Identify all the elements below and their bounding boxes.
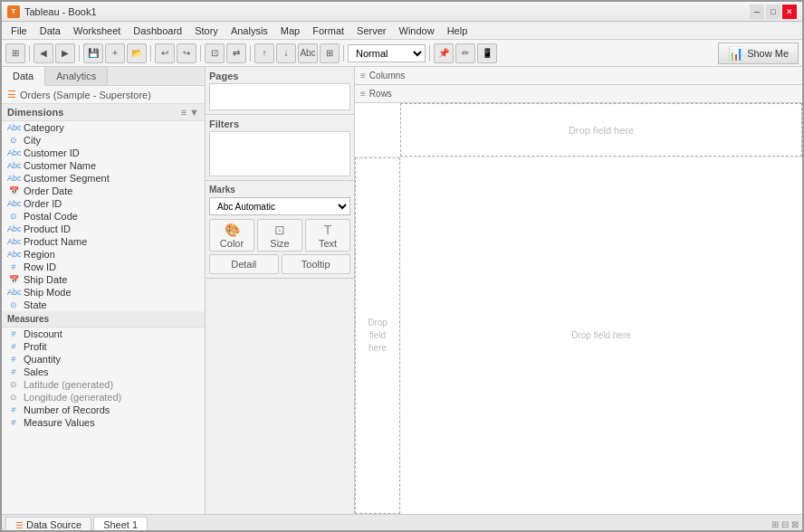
field-region[interactable]: Abc Region [2, 248, 205, 261]
field-name: Order ID [24, 198, 62, 209]
field-customer-name[interactable]: Abc Customer Name [2, 159, 205, 172]
geo-icon: ⊙ [7, 136, 20, 145]
menu-window[interactable]: Window [394, 24, 440, 38]
tab-data[interactable]: Data [2, 67, 45, 86]
drop-zone-top[interactable]: Drop field here [400, 103, 802, 157]
toolbar-save-btn[interactable]: 💾 [83, 43, 103, 63]
view-mode-dropdown[interactable]: Normal Fit Width Fit Height Entire View [348, 44, 426, 62]
minimize-button[interactable]: ─ [750, 5, 764, 19]
field-ship-date[interactable]: 📅 Ship Date [2, 273, 205, 286]
toolbar-home-btn[interactable]: ⊞ [5, 43, 25, 63]
rows-bar[interactable]: ≡ Rows [355, 85, 802, 103]
toolbar-redo-btn[interactable]: ↪ [177, 43, 196, 63]
dimensions-sort-icon[interactable]: ≡ [181, 107, 187, 118]
menu-worksheet[interactable]: Worksheet [68, 24, 126, 38]
data-source-tab-label: Data Source [26, 519, 81, 530]
show-me-icon: 📊 [728, 46, 743, 61]
color-button[interactable]: 🎨 Color [209, 219, 254, 252]
abc-icon: Abc [7, 123, 20, 132]
toolbar-open-btn[interactable]: 📂 [127, 43, 147, 63]
field-product-id[interactable]: Abc Product ID [2, 223, 205, 235]
text-button[interactable]: T Text [305, 219, 350, 252]
title-bar: T Tableau - Book1 ─ □ ✕ [2, 2, 802, 22]
field-quantity[interactable]: # Quantity [2, 353, 205, 366]
field-latitude[interactable]: ⊙ Latitude (generated) [2, 378, 205, 391]
field-order-id[interactable]: Abc Order ID [2, 197, 205, 210]
new-sheet-icon[interactable]: ⊞ [771, 519, 779, 529]
columns-bar[interactable]: ≡ Columns [355, 67, 802, 85]
tooltip-button[interactable]: Tooltip [282, 254, 351, 274]
tab-data-source[interactable]: ☰ Data Source [5, 517, 91, 533]
toolbar-fit-btn[interactable]: ⊡ [205, 43, 225, 63]
toolbar-back-btn[interactable]: ◀ [34, 43, 53, 63]
size-button[interactable]: ⊡ Size [257, 219, 302, 252]
field-name: City [24, 135, 41, 146]
columns-label: Columns [369, 71, 419, 81]
field-measure-values[interactable]: # Measure Values [2, 416, 205, 429]
toolbar-grid-btn[interactable]: ⊞ [320, 43, 340, 63]
menu-story[interactable]: Story [189, 24, 224, 38]
menu-format[interactable]: Format [307, 24, 349, 38]
show-me-button[interactable]: 📊 Show Me [718, 43, 799, 64]
field-customer-segment[interactable]: Abc Customer Segment [2, 172, 205, 185]
size-label: Size [270, 238, 289, 249]
filters-box[interactable] [209, 131, 350, 176]
marks-type-dropdown[interactable]: Abc Automatic Bar Line Area Circle Squar… [209, 197, 350, 215]
num-icon: # [7, 329, 20, 338]
field-discount[interactable]: # Discount [2, 328, 205, 340]
field-sales[interactable]: # Sales [2, 366, 205, 378]
menu-analysis[interactable]: Analysis [225, 24, 273, 38]
field-name: Measure Values [24, 417, 95, 428]
date-icon: 📅 [7, 275, 20, 284]
num-icon: # [7, 342, 20, 351]
toolbar-swap-btn[interactable]: ⇄ [226, 43, 246, 63]
field-state[interactable]: ⊙ State [2, 299, 205, 311]
new-story-icon[interactable]: ⊠ [791, 519, 799, 529]
field-city[interactable]: ⊙ City [2, 134, 205, 147]
menu-dashboard[interactable]: Dashboard [128, 24, 187, 38]
field-row-id[interactable]: # Row ID [2, 261, 205, 273]
tab-analytics[interactable]: Analytics [45, 67, 108, 85]
pages-box[interactable] [209, 83, 350, 110]
field-name: Number of Records [24, 404, 110, 415]
field-longitude[interactable]: ⊙ Longitude (generated) [2, 391, 205, 404]
toolbar-label-btn[interactable]: Abc [298, 43, 318, 63]
menu-map[interactable]: Map [275, 24, 305, 38]
canvas-center[interactable]: Drop field here [400, 157, 802, 514]
field-ship-mode[interactable]: Abc Ship Mode [2, 286, 205, 299]
toolbar-forward-btn[interactable]: ▶ [55, 43, 75, 63]
menu-file[interactable]: File [5, 24, 33, 38]
field-category[interactable]: Abc Category [2, 121, 205, 134]
tab-sheet-1[interactable]: Sheet 1 [93, 517, 148, 533]
rows-label: Rows [369, 89, 419, 99]
dimensions-search-icon[interactable]: ▼ [189, 107, 199, 118]
geo-gen-icon: ⊙ [7, 393, 20, 402]
field-name: Longitude (generated) [24, 392, 121, 403]
detail-button[interactable]: Detail [209, 254, 279, 274]
field-product-name[interactable]: Abc Product Name [2, 235, 205, 248]
toolbar-pin-btn[interactable]: 📌 [434, 43, 454, 63]
toolbar-undo-btn[interactable]: ↩ [155, 43, 175, 63]
toolbar-new-btn[interactable]: + [105, 43, 125, 63]
menu-server[interactable]: Server [351, 24, 391, 38]
drop-zone-left[interactable]: Dropfieldhere [355, 157, 400, 514]
color-label: Color [220, 238, 244, 249]
field-name: Sales [24, 366, 49, 377]
canvas-inner: Drop field here Dropfieldhere Drop field… [355, 103, 802, 514]
close-button[interactable]: ✕ [782, 5, 797, 19]
toolbar-sort-asc-btn[interactable]: ↑ [254, 43, 274, 63]
toolbar-pencil-btn[interactable]: ✏ [455, 43, 475, 63]
menu-data[interactable]: Data [34, 24, 66, 38]
toolbar-device-btn[interactable]: 📱 [477, 43, 497, 63]
field-customer-id[interactable]: Abc Customer ID [2, 147, 205, 159]
field-number-of-records[interactable]: # Number of Records [2, 404, 205, 416]
maximize-button[interactable]: □ [766, 5, 780, 19]
menu-help[interactable]: Help [442, 24, 474, 38]
field-postal-code[interactable]: ⊙ Postal Code [2, 210, 205, 223]
field-profit[interactable]: # Profit [2, 340, 205, 353]
new-dashboard-icon[interactable]: ⊟ [781, 519, 789, 529]
toolbar-sort-desc-btn[interactable]: ↓ [276, 43, 296, 63]
field-order-date[interactable]: 📅 Order Date [2, 185, 205, 197]
app-icon: T [7, 5, 20, 18]
pages-title: Pages [209, 71, 350, 81]
